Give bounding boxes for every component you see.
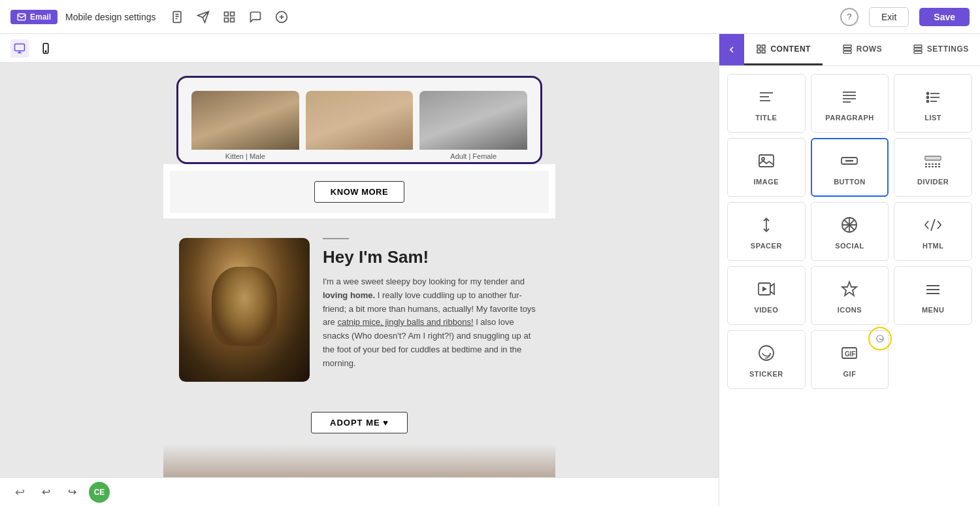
- sticker-icon: [755, 341, 778, 365]
- know-more-wrapper: KNOW MORE: [170, 171, 549, 213]
- content-card-image-label: IMAGE: [754, 178, 779, 186]
- sam-body-text-1: I'm a wee sweet sleepy boy looking for m…: [323, 277, 525, 286]
- content-card-image[interactable]: IMAGE: [727, 138, 806, 197]
- content-card-gif[interactable]: GIF GIF: [811, 330, 889, 389]
- gif-icon: GIF: [838, 341, 861, 365]
- right-panel: CONTENT ROWS SETTINGS TITLE: [719, 34, 980, 506]
- content-card-social[interactable]: SOCIAL: [811, 202, 889, 261]
- chat-icon[interactable]: [248, 9, 263, 25]
- content-card-spacer-label: SPACER: [751, 242, 782, 250]
- panel-toggle-button[interactable]: [719, 34, 744, 65]
- cat-image-1: [191, 91, 299, 150]
- sam-divider: [323, 238, 349, 239]
- email-badge[interactable]: Email: [10, 10, 57, 24]
- cat-card-2: [306, 91, 414, 164]
- tab-content[interactable]: CONTENT: [744, 34, 823, 65]
- cat-image-3: [419, 91, 527, 150]
- content-card-list[interactable]: LIST: [894, 74, 972, 133]
- content-card-paragraph[interactable]: PARAGRAPH: [811, 74, 889, 133]
- svg-rect-10: [757, 45, 760, 48]
- svg-rect-5: [230, 18, 234, 22]
- cat-card-3: Adult | Female: [419, 91, 527, 164]
- button-icon: [838, 149, 861, 173]
- svg-rect-18: [914, 48, 922, 50]
- content-card-button-label: BUTTON: [834, 178, 866, 186]
- content-card-spacer[interactable]: SPACER: [727, 202, 806, 261]
- svg-rect-37: [925, 156, 941, 160]
- topbar: Email Mobile design settings ? Exit Save: [0, 0, 980, 34]
- content-card-title[interactable]: TITLE: [727, 74, 806, 133]
- svg-rect-14: [843, 45, 851, 47]
- add-icon[interactable]: [274, 9, 289, 25]
- sam-link[interactable]: catnip mice, jingly balls and ribbons!: [337, 317, 473, 327]
- panel-content: TITLE PARAGRAPH LIST: [719, 66, 980, 506]
- adopt-me-button[interactable]: ADOPT ME ♥: [311, 412, 408, 433]
- content-card-title-label: TITLE: [755, 114, 777, 122]
- content-card-gif-label: GIF: [843, 370, 857, 378]
- content-card-html[interactable]: HTML: [894, 202, 972, 261]
- svg-point-9: [45, 50, 46, 52]
- tab-settings-label: SETTINGS: [927, 44, 969, 54]
- icons-icon: [838, 277, 861, 301]
- bottom-bar: ↩ ↩ ↪ CE: [0, 477, 719, 506]
- document-icon[interactable]: [169, 9, 185, 25]
- desktop-view-button[interactable]: [10, 39, 29, 58]
- content-card-video-label: VIDEO: [754, 306, 778, 314]
- content-card-menu-label: MENU: [922, 306, 944, 314]
- cats-section: Kitten | Male Adult | Female: [163, 63, 555, 164]
- paragraph-icon: [838, 85, 861, 109]
- svg-rect-7: [15, 44, 25, 51]
- bottom-image: [163, 444, 555, 477]
- cat-image-2: [306, 91, 414, 150]
- svg-text:GIF: GIF: [845, 350, 856, 358]
- device-toolbar: [0, 34, 719, 63]
- content-card-video[interactable]: VIDEO: [727, 266, 806, 325]
- tab-content-label: CONTENT: [770, 44, 811, 54]
- tab-settings[interactable]: SETTINGS: [902, 34, 980, 65]
- content-card-paragraph-label: PARAGRAPH: [825, 114, 874, 122]
- content-card-sticker[interactable]: STICKER: [727, 330, 806, 389]
- sam-photo: [179, 238, 310, 382]
- content-card-divider[interactable]: DIVIDER: [894, 138, 972, 197]
- save-button[interactable]: Save: [919, 8, 970, 26]
- undo-button[interactable]: ↩: [37, 483, 55, 501]
- content-card-icons[interactable]: ICONS: [811, 266, 889, 325]
- content-card-social-label: SOCIAL: [835, 242, 864, 250]
- help-button[interactable]: ?: [840, 8, 858, 26]
- tab-rows[interactable]: ROWS: [823, 34, 901, 65]
- svg-rect-16: [843, 51, 851, 53]
- topbar-right: ? Exit Save: [840, 7, 970, 27]
- svg-rect-19: [914, 51, 922, 53]
- redo-button[interactable]: ↪: [63, 483, 81, 501]
- sam-section: Hey I'm Sam! I'm a wee sweet sleepy boy …: [163, 218, 555, 401]
- exit-button[interactable]: Exit: [869, 7, 909, 27]
- content-card-button[interactable]: BUTTON: [811, 138, 889, 197]
- divider-icon: [921, 149, 945, 173]
- image-icon: [755, 149, 778, 173]
- svg-rect-17: [914, 45, 922, 47]
- content-card-icons-label: ICONS: [838, 306, 862, 314]
- cat-card-1: Kitten | Male: [191, 91, 299, 164]
- content-card-divider-label: DIVIDER: [917, 178, 949, 186]
- svg-point-27: [927, 93, 929, 95]
- gif-highlight-circle: [868, 327, 892, 350]
- canvas-scroll[interactable]: Kitten | Male Adult | Female: [0, 63, 719, 477]
- svg-rect-11: [762, 45, 766, 48]
- sam-photo-detail: [179, 238, 310, 382]
- mobile-view-button[interactable]: [37, 39, 55, 58]
- cats-images: Kitten | Male Adult | Female: [191, 91, 527, 164]
- content-card-sticker-label: STICKER: [749, 370, 783, 378]
- back-button[interactable]: ↩: [10, 483, 29, 501]
- svg-point-34: [762, 158, 764, 160]
- cat-label-2: [306, 152, 414, 158]
- cat-label-1: Kitten | Male: [191, 152, 299, 164]
- grid-icon[interactable]: [221, 9, 237, 25]
- list-icon: [921, 85, 945, 109]
- content-card-menu[interactable]: MENU: [894, 266, 972, 325]
- know-more-button[interactable]: KNOW MORE: [314, 181, 404, 203]
- svg-rect-12: [757, 50, 760, 53]
- title-icon: [755, 85, 778, 109]
- send-icon[interactable]: [195, 9, 211, 25]
- svg-point-29: [927, 97, 929, 99]
- svg-rect-33: [759, 155, 774, 167]
